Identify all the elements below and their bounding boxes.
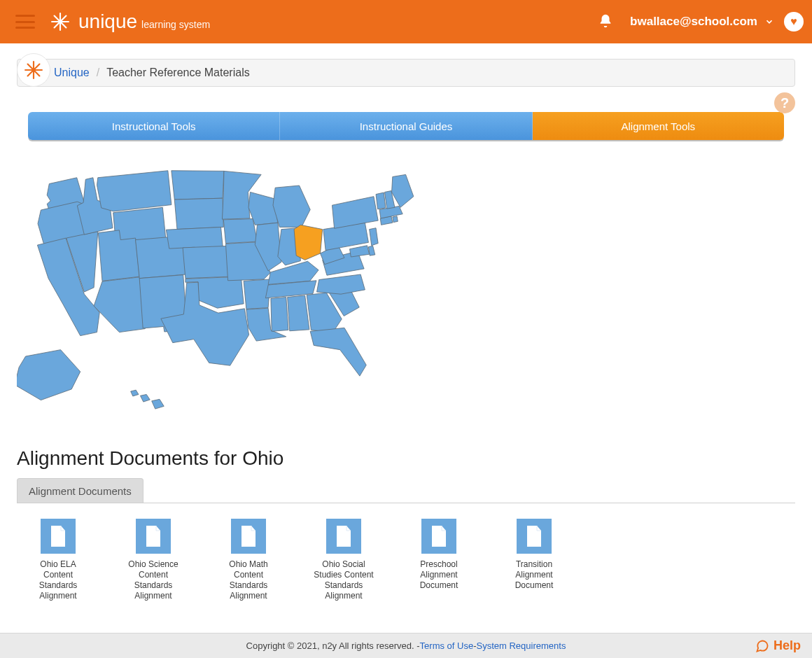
state-arizona[interactable]	[94, 277, 145, 332]
state-pennsylvania[interactable]	[323, 223, 368, 250]
help-button[interactable]: Help	[755, 638, 801, 650]
document-label: Ohio Math Content Standards Alignment	[217, 559, 280, 601]
state-iowa[interactable]	[223, 219, 257, 244]
document-tile[interactable]: Ohio Math Content Standards Alignment	[217, 519, 280, 601]
document-icon	[231, 519, 266, 554]
main-content: Instructional Tools Instructional Guides…	[0, 91, 812, 650]
state-alaska[interactable]	[17, 350, 80, 400]
state-ohio[interactable]	[294, 225, 323, 260]
document-label: Ohio Science Content Standards Alignment	[122, 559, 185, 601]
page-title: Alignment Documents for Ohio	[17, 447, 795, 470]
document-icon	[136, 519, 171, 554]
breadcrumb: Unique / Teacher Reference Materials	[17, 59, 795, 87]
document-label: Ohio Social Studies Content Standards Al…	[312, 559, 375, 601]
us-map	[17, 140, 795, 435]
menu-icon[interactable]	[15, 15, 35, 29]
avatar[interactable]: ♥	[784, 12, 804, 31]
document-icon	[41, 519, 76, 554]
state-maryland[interactable]	[349, 246, 369, 257]
state-florida[interactable]	[310, 328, 366, 376]
state-north-dakota[interactable]	[172, 171, 224, 200]
document-icon	[421, 519, 456, 554]
tab-alignment-tools[interactable]: Alignment Tools	[533, 112, 784, 140]
document-tile[interactable]: Ohio ELA Content Standards Alignment	[27, 519, 90, 601]
documents-list: Ohio ELA Content Standards Alignment Ohi…	[17, 503, 795, 601]
user-email[interactable]: bwallace@school.com	[630, 15, 757, 29]
segmented-tabs-container: Instructional Tools Instructional Guides…	[17, 91, 795, 140]
state-alabama[interactable]	[288, 295, 309, 331]
state-new-york[interactable]	[332, 197, 378, 229]
footer-terms-link[interactable]: Terms of Use	[420, 640, 474, 650]
footer-copyright: Copyright © 2021, n2y All rights reserve…	[246, 640, 420, 650]
top-bar: unique learning system bwallace@school.c…	[0, 0, 812, 43]
document-icon	[517, 519, 552, 554]
document-tile[interactable]: Ohio Social Studies Content Standards Al…	[312, 519, 375, 601]
state-michigan[interactable]	[273, 186, 310, 227]
help-icon[interactable]: ?	[774, 92, 795, 113]
document-tile[interactable]: Preschool Alignment Document	[407, 519, 470, 601]
brand-name: unique	[78, 10, 137, 33]
breadcrumb-separator: /	[97, 66, 99, 79]
document-tile[interactable]: Transition Alignment Document	[503, 519, 566, 601]
state-north-carolina[interactable]	[317, 274, 365, 294]
heart-icon: ♥	[790, 16, 797, 27]
breadcrumb-current: Teacher Reference Materials	[106, 66, 250, 79]
svg-point-1	[32, 69, 36, 72]
tab-instructional-guides[interactable]: Instructional Guides	[280, 112, 532, 140]
subtab-alignment-documents[interactable]: Alignment Documents	[17, 478, 144, 503]
tab-instructional-tools[interactable]: Instructional Tools	[28, 112, 280, 140]
segmented-tabs: Instructional Tools Instructional Guides…	[28, 112, 784, 140]
state-delaware[interactable]	[368, 246, 374, 255]
state-vermont[interactable]	[376, 192, 386, 209]
document-label: Transition Alignment Document	[503, 559, 566, 591]
brand[interactable]: unique learning system	[50, 10, 210, 33]
state-south-dakota[interactable]	[174, 198, 223, 229]
footer: Copyright © 2021, n2y All rights reserve…	[0, 633, 812, 650]
chevron-down-icon[interactable]	[764, 17, 774, 27]
snowflake-icon	[50, 12, 70, 31]
state-maine[interactable]	[392, 174, 414, 207]
state-rhode-island[interactable]	[393, 216, 398, 223]
chat-icon	[755, 639, 769, 651]
breadcrumb-region: Unique / Teacher Reference Materials ?	[0, 43, 812, 91]
help-label: Help	[774, 638, 801, 650]
brand-subtitle: learning system	[141, 19, 210, 30]
breadcrumb-link-home[interactable]: Unique	[54, 66, 90, 79]
notifications-icon[interactable]	[598, 13, 615, 30]
subtab-row: Alignment Documents	[17, 478, 795, 503]
document-label: Preschool Alignment Document	[407, 559, 470, 591]
state-mississippi[interactable]	[271, 298, 288, 332]
breadcrumb-home-icon[interactable]	[17, 53, 50, 87]
footer-sysreq-link[interactable]: System Requirements	[477, 640, 566, 650]
state-montana[interactable]	[97, 171, 172, 211]
document-tile[interactable]: Ohio Science Content Standards Alignment	[122, 519, 185, 601]
state-hawaii[interactable]	[131, 390, 164, 409]
svg-point-0	[59, 20, 62, 24]
document-label: Ohio ELA Content Standards Alignment	[27, 559, 90, 601]
state-new-jersey[interactable]	[370, 228, 379, 246]
document-icon	[326, 519, 361, 554]
